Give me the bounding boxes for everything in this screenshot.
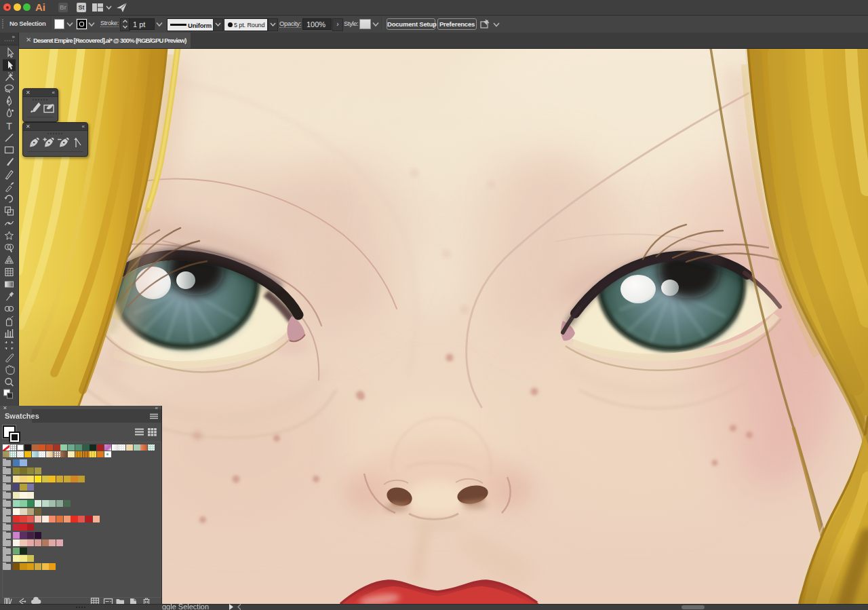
svg-text:T: T bbox=[6, 121, 12, 132]
